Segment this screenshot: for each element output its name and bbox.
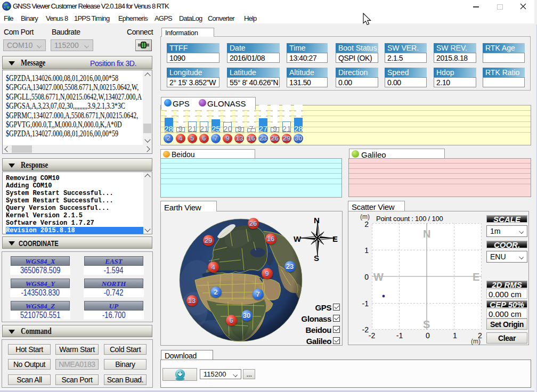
svg-text:N: N bbox=[423, 228, 430, 240]
svg-text:S: S bbox=[423, 318, 430, 330]
svg-text:E: E bbox=[473, 271, 479, 283]
svg-text:W: W bbox=[373, 271, 384, 283]
